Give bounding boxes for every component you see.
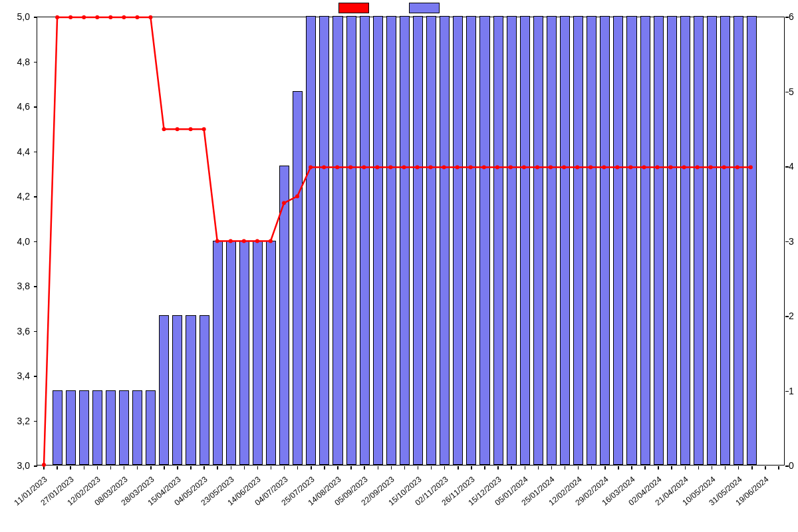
line-point <box>95 15 99 19</box>
line-point <box>176 127 180 131</box>
line-point <box>495 165 499 169</box>
line-point <box>122 15 126 19</box>
line-point <box>242 239 246 243</box>
x-axis-labels: 11/01/202327/01/202312/02/202308/03/2023… <box>37 469 785 529</box>
line-point <box>509 165 513 169</box>
line-point <box>642 165 646 169</box>
y-right-tick <box>785 241 789 243</box>
line-point <box>655 165 659 169</box>
line-point <box>42 463 46 467</box>
y-right-tick <box>785 17 789 18</box>
line-point <box>628 165 632 169</box>
line-point <box>108 15 112 19</box>
y-right-tick <box>785 391 789 392</box>
line-point <box>615 165 619 169</box>
y-right-tick <box>785 466 789 467</box>
line-point <box>429 165 433 169</box>
line-point <box>682 165 686 169</box>
line-point <box>55 15 59 19</box>
line-point <box>322 165 326 169</box>
line-point <box>215 239 219 243</box>
legend <box>0 3 798 13</box>
line-series <box>44 17 751 465</box>
line-layer <box>37 17 784 465</box>
line-point <box>362 165 366 169</box>
line-point <box>309 165 313 169</box>
line-point <box>562 165 566 169</box>
y-left-tick <box>34 466 37 467</box>
y-left-tick-label: 4,2 <box>0 192 33 201</box>
y-left-tick-label: 3,2 <box>0 416 33 426</box>
y-right-tick <box>785 316 789 317</box>
line-point <box>722 165 726 169</box>
line-point <box>229 239 233 243</box>
line-point <box>749 165 753 169</box>
line-point <box>589 165 593 169</box>
line-point <box>348 165 352 169</box>
line-point <box>522 165 526 169</box>
line-point <box>416 165 420 169</box>
line-point <box>402 165 406 169</box>
line-point <box>602 165 606 169</box>
line-point <box>469 165 473 169</box>
y-axis-left-labels: 3,03,23,43,63,84,04,24,44,64,85,0 <box>0 17 33 466</box>
y-left-tick-label: 3,8 <box>0 281 33 291</box>
line-point <box>135 15 139 19</box>
y-left-tick-label: 4,4 <box>0 147 33 156</box>
line-point <box>202 127 206 131</box>
line-point <box>696 165 700 169</box>
y-right-tick <box>785 166 789 168</box>
line-point <box>535 165 539 169</box>
line-point <box>442 165 446 169</box>
y-right-tick <box>785 92 789 93</box>
chart-stage: 3,03,23,43,63,84,04,24,44,64,85,0 012345… <box>0 0 798 532</box>
y-left-tick-label: 3,4 <box>0 371 33 380</box>
line-point <box>709 165 713 169</box>
legend-swatch-red <box>338 3 369 13</box>
line-point <box>388 165 392 169</box>
y-left-tick-label: 4,6 <box>0 102 33 111</box>
y-left-tick-label: 5,0 <box>0 12 33 21</box>
line-point <box>669 165 673 169</box>
y-left-tick-label: 3,0 <box>0 461 33 470</box>
line-point <box>482 165 486 169</box>
line-point <box>269 239 273 243</box>
y-left-tick-label: 3,6 <box>0 327 33 336</box>
y-left-tick-label: 4,0 <box>0 237 33 246</box>
line-point <box>375 165 379 169</box>
line-point <box>148 15 152 19</box>
line-point <box>162 127 166 131</box>
line-point <box>335 165 339 169</box>
line-point <box>575 165 579 169</box>
line-point <box>456 165 460 169</box>
line-point <box>735 165 739 169</box>
legend-swatch-blue <box>409 3 440 13</box>
plot-area <box>37 17 785 466</box>
line-point <box>549 165 553 169</box>
y-left-tick-label: 4,8 <box>0 57 33 66</box>
line-point <box>82 15 86 19</box>
line-point <box>189 127 193 131</box>
line-point <box>282 201 286 205</box>
line-point <box>295 194 299 198</box>
line-point <box>255 239 259 243</box>
line-point <box>68 15 72 19</box>
